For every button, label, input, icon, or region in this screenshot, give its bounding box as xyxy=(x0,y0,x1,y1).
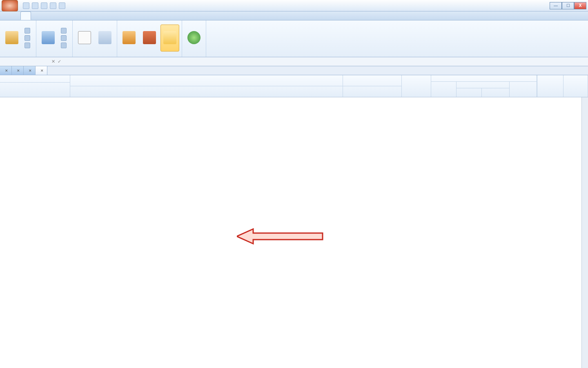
qat-button[interactable] xyxy=(41,2,47,9)
search-icon xyxy=(42,31,55,44)
tab-document[interactable] xyxy=(42,11,52,20)
group-elements xyxy=(73,20,117,57)
close-tab-icon[interactable]: ✕ xyxy=(40,69,44,73)
ribbon xyxy=(0,20,588,57)
col-lab-cost xyxy=(537,75,564,97)
select-all-button[interactable] xyxy=(23,42,33,49)
accept-icon[interactable]: ✓ xyxy=(58,59,61,64)
properties-button[interactable] xyxy=(96,25,114,52)
col-materials xyxy=(510,82,537,97)
globe-icon xyxy=(187,31,200,44)
tab-view[interactable] xyxy=(31,11,42,20)
ribbon-tabs xyxy=(0,11,588,20)
copy-button[interactable] xyxy=(23,27,33,34)
base-icon xyxy=(122,31,136,44)
objects-icon xyxy=(143,31,156,44)
delete-icon xyxy=(61,43,67,48)
tab-main[interactable] xyxy=(20,11,31,20)
create-icon xyxy=(78,31,91,44)
close-tab-icon[interactable]: ✕ xyxy=(29,69,32,73)
data-grid[interactable] xyxy=(0,97,588,368)
objects-button[interactable] xyxy=(140,25,159,52)
region-button[interactable] xyxy=(185,25,203,52)
col-name xyxy=(70,75,343,97)
undo-button[interactable] xyxy=(59,27,70,34)
group-modes xyxy=(117,20,182,57)
tab-resources[interactable] xyxy=(63,11,74,20)
cancel-icon[interactable]: ✕ xyxy=(51,59,55,64)
col-unit xyxy=(343,75,402,97)
col-direct xyxy=(402,75,431,97)
maximize-button[interactable]: ☐ xyxy=(562,2,574,9)
doc-tab[interactable]: ✕ xyxy=(0,66,12,75)
group-label xyxy=(120,54,179,56)
paste-button[interactable] xyxy=(2,25,21,52)
copy-icon xyxy=(24,28,30,34)
close-tab-icon[interactable]: ✕ xyxy=(5,69,8,73)
col-labor xyxy=(431,82,457,97)
paste-icon xyxy=(5,31,18,44)
redo-button[interactable] xyxy=(59,35,70,41)
tab-execution[interactable] xyxy=(84,11,95,20)
doc-tab[interactable]: ✕ xyxy=(12,66,24,75)
col-code xyxy=(0,75,70,97)
search-button[interactable] xyxy=(39,25,58,52)
minimize-button[interactable]: — xyxy=(550,2,562,9)
redo-icon xyxy=(61,35,67,41)
delete-button[interactable] xyxy=(59,42,70,49)
doc-tab[interactable]: ✕ xyxy=(36,66,47,75)
app-menu-button[interactable] xyxy=(2,0,18,11)
qat-button[interactable] xyxy=(23,2,29,9)
group-region xyxy=(182,20,206,57)
qat-button[interactable] xyxy=(32,2,38,9)
col-mach-cost xyxy=(564,75,588,97)
formula-bar: ✕✓ xyxy=(0,57,588,66)
cut-button[interactable] xyxy=(23,35,33,41)
quick-access-toolbar xyxy=(20,2,69,9)
window-controls: — ☐ X xyxy=(550,2,586,9)
group-editing xyxy=(36,20,73,57)
cut-icon xyxy=(24,35,30,41)
tab-expertise[interactable] xyxy=(74,11,84,20)
select-all-icon xyxy=(24,43,30,48)
group-clipboard xyxy=(0,20,36,57)
documents-icon xyxy=(163,31,176,44)
group-label xyxy=(2,54,33,56)
properties-icon xyxy=(98,31,111,44)
qat-button[interactable] xyxy=(59,2,65,9)
undo-icon xyxy=(61,28,67,34)
group-label xyxy=(75,54,114,56)
tab-help[interactable] xyxy=(95,11,105,20)
doc-tab[interactable]: ✕ xyxy=(24,66,36,75)
table-header xyxy=(0,75,588,97)
create-button[interactable] xyxy=(75,25,94,52)
base-button[interactable] xyxy=(120,25,138,52)
col-incl xyxy=(431,75,537,82)
vertical-scrollbar[interactable] xyxy=(581,97,588,368)
documents-button[interactable] xyxy=(160,25,179,52)
fx-controls: ✕✓ xyxy=(49,59,66,64)
document-tabs: ✕ ✕ ✕ ✕ xyxy=(0,66,588,75)
group-label xyxy=(39,54,70,56)
close-button[interactable]: X xyxy=(574,2,586,9)
group-label xyxy=(185,54,203,56)
title-bar: — ☐ X xyxy=(0,0,588,11)
qat-button[interactable] xyxy=(50,2,56,9)
close-tab-icon[interactable]: ✕ xyxy=(17,69,20,73)
tab-data[interactable] xyxy=(52,11,63,20)
